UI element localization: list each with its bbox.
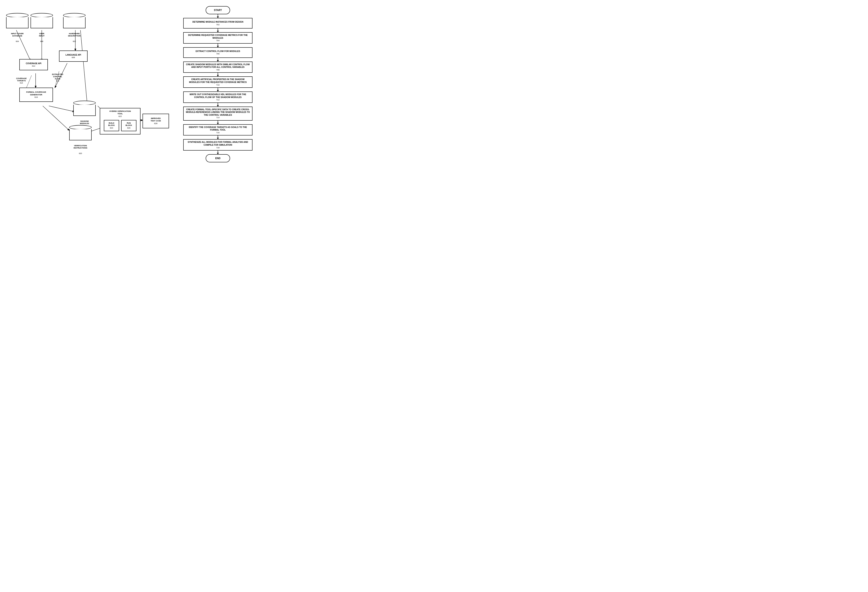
flow-rect-710: CREATE ARTIFICIAL PROPERTIES IN THE SHAD… [183, 76, 252, 88]
flow-step-706: EXTRACT CONTROL FLOW FOR MODULES 706 [183, 47, 252, 58]
formal-coverage-generator: FORMAL COVERAGEGENERATOR 616 [19, 87, 53, 102]
flow-rect-712: WRITE OUT SYNTHESIZABLE HDL MODULES FOR … [183, 92, 252, 103]
start-oval: START [206, 6, 230, 14]
hardware-description: HARDWAREDESCRIPTION 602 [63, 12, 86, 28]
input-cover-db: INPUT COVER DATABASE 604 [6, 12, 28, 28]
extracted-cf-label: EXTRACTEDCONTROLFLOW610 [49, 73, 67, 82]
left-diagram: INPUT COVER DATABASE 604 USERINPUT 606 H… [0, 0, 147, 198]
svg-line-6 [49, 106, 74, 112]
flow-step-708: CREATE SHADOW MODULES WITH SIMILAR CONTR… [183, 62, 252, 73]
flow-rect-708: CREATE SHADOW MODULES WITH SIMILAR CONTR… [183, 62, 252, 73]
flow-step-714: CREATE FORMAL-TOOL-SPECIFIC DATA TO CREA… [183, 107, 252, 121]
flow-step-718: SYNTHESIZE ALL MODULES FOR FORMAL ANALYS… [183, 139, 252, 151]
coverage-api: COVERAGE API 612 [19, 59, 48, 70]
flow-rect-704: DETERMINE REQUESTED COVERAGE METRICS FOR… [183, 32, 252, 44]
arrow-5 [218, 88, 218, 92]
flow-rect-702: DETERMINE MODULE INSTANCES FROM DESIGN 7… [183, 18, 252, 28]
flow-start: START [206, 6, 230, 14]
flow-rect-706: EXTRACT CONTROL FLOW FOR MODULES 706 [183, 47, 252, 58]
arrow-0 [218, 14, 218, 18]
flow-step-702: DETERMINE MODULE INSTANCES FROM DESIGN 7… [183, 18, 252, 28]
arrow-1 [218, 28, 218, 32]
svg-line-7 [43, 106, 69, 130]
flow-step-712: WRITE OUT SYNTHESIZABLE HDL MODULES FOR … [183, 92, 252, 103]
build-block: BUILDBLOCK 624 [104, 120, 119, 131]
arrow-7 [218, 121, 218, 124]
flow-rect-714: CREATE FORMAL-TOOL-SPECIFIC DATA TO CREA… [183, 107, 252, 121]
user-input: USERINPUT 606 [31, 12, 53, 28]
right-flowchart: START DETERMINE MODULE INSTANCES FROM DE… [147, 0, 289, 198]
run-block: RUNBLOCK 626 [121, 120, 136, 131]
arrow-8 [218, 135, 218, 139]
arrow-3 [218, 58, 218, 62]
end-oval: END [206, 154, 230, 162]
arrow-4 [218, 73, 218, 76]
main-container: INPUT COVER DATABASE 604 USERINPUT 606 H… [0, 0, 289, 198]
flow-end: END [206, 154, 230, 162]
hybrid-verification-tool: HYBRID VERIFICATIONTOOL 622 BUILDBLOCK 6… [100, 108, 140, 135]
verification-instructions: VERIFICATIONINSTRUCTIONS 620 [69, 124, 92, 141]
language-api: LANGUAGE API 608 [59, 50, 87, 62]
shadow-modules: SHADOWMODULES 618 [73, 100, 96, 116]
flow-rect-716: IDENTIFY THE COVERAGE TARGETS AS GOALS T… [183, 124, 252, 136]
flow-step-710: CREATE ARTIFICIAL PROPERTIES IN THE SHAD… [183, 76, 252, 88]
arrow-2 [218, 44, 218, 47]
flow-rect-718: SYNTHESIZE ALL MODULES FOR FORMAL ANALYS… [183, 139, 252, 151]
arrow-6 [218, 103, 218, 107]
flow-step-716: IDENTIFY THE COVERAGE TARGETS AS GOALS T… [183, 124, 252, 136]
coverage-targets-label: COVERAGETARGETS614 [12, 77, 31, 84]
flow-step-704: DETERMINE REQUESTED COVERAGE METRICS FOR… [183, 32, 252, 44]
arrow-9 [218, 151, 218, 154]
